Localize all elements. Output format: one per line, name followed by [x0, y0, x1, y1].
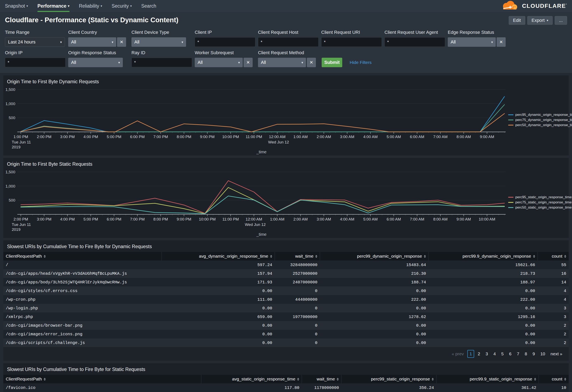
client-request-method-clear-button[interactable]: ✕	[307, 58, 316, 67]
table-cell[interactable]: 216.30	[320, 269, 429, 278]
page-button-6[interactable]: 6	[507, 350, 513, 357]
nav-item-reliability[interactable]: Reliability ▾	[79, 0, 102, 12]
client-country-clear-button[interactable]: ✕	[117, 37, 126, 47]
table-row[interactable]: /cdn-cgi/apps/body/3Lh52SjWTQ4HRlErJykHq…	[3, 278, 569, 286]
client-device-type-dropdown[interactable]: All▾	[131, 37, 186, 47]
table-cell[interactable]: 171.93	[161, 278, 275, 286]
page-button-4[interactable]: 4	[492, 350, 498, 357]
table-cell[interactable]: 111.00	[161, 295, 275, 304]
page-button-9[interactable]: 9	[531, 350, 537, 357]
client-request-method-dropdown[interactable]: All▾	[258, 58, 306, 67]
client-request-user-agent-input[interactable]	[384, 37, 445, 47]
table-cell[interactable]: 222.00	[320, 295, 429, 304]
table-cell[interactable]: 0.00	[320, 304, 429, 312]
table-cell[interactable]: 117.80	[201, 383, 302, 392]
table-cell[interactable]: 0	[275, 330, 320, 338]
table-cell[interactable]: 1278.62	[320, 312, 429, 321]
table-cell[interactable]: /cdn-cgi/styles/cf.errors.css	[3, 286, 161, 295]
nav-item-search[interactable]: Search	[141, 0, 156, 12]
table-cell[interactable]: 0.00	[161, 286, 275, 295]
column-header-perc99-static-origin-response[interactable]: perc99_static_origin_response	[341, 375, 436, 383]
table-cell[interactable]: 0	[275, 286, 320, 295]
nav-item-security[interactable]: Security ▾	[112, 0, 132, 12]
table-cell[interactable]: 0.00	[320, 321, 429, 330]
table-cell[interactable]: 0.00	[161, 304, 275, 312]
table-cell[interactable]: /	[3, 261, 161, 269]
column-header-perc99-dynamic-origin-response[interactable]: perc99_dynamic_origin_response	[320, 252, 429, 261]
table-cell[interactable]: 32848000000	[275, 261, 320, 269]
page-button-1[interactable]: 1	[467, 350, 474, 358]
table-cell[interactable]: 0.00	[428, 286, 538, 295]
client-country-dropdown[interactable]: All▾	[68, 37, 116, 47]
table-row[interactable]: /xmlrpc.php659.0019770000001278.621295.1…	[3, 312, 569, 321]
client-ip-input[interactable]	[195, 37, 255, 47]
column-header-perc99.9-static-origin-response[interactable]: perc99.9_static_origin_response	[436, 375, 539, 383]
legend-item[interactable]: perc95_dynamic_origin_response_time	[508, 113, 568, 117]
table-row[interactable]: /cdn-cgi/styles/cf.errors.css0.0000.000.…	[3, 286, 569, 295]
table-cell[interactable]: 3	[538, 304, 569, 312]
table-cell[interactable]: /wp-cron.php	[3, 295, 161, 304]
worker-subrequest-dropdown[interactable]: All▾	[195, 58, 243, 67]
time-range-dropdown[interactable]: Last 24 hours▾	[5, 37, 65, 47]
table-cell[interactable]: 0.00	[320, 286, 429, 295]
table-row[interactable]: /wp-login.php0.0000.000.003	[3, 304, 569, 312]
table-cell[interactable]: 0.00	[161, 338, 275, 347]
client-request-uri-input[interactable]	[321, 37, 382, 47]
origin-response-status-dropdown[interactable]: All▾	[68, 58, 123, 67]
table-cell[interactable]: 0.00	[320, 338, 429, 347]
table-row[interactable]: /cdn-cgi/apps/head/xVgyKhR-vV3dAUGhMqfBc…	[3, 269, 569, 278]
table-cell[interactable]: 222.00	[428, 295, 538, 304]
table-row[interactable]: /favicon.ico117.801178000000356.24361.42…	[3, 383, 569, 392]
origin-ip-input[interactable]	[5, 58, 65, 67]
ray-id-input[interactable]	[131, 58, 192, 67]
page-button-3[interactable]: 3	[484, 350, 490, 357]
table-cell[interactable]: 0.00	[161, 330, 275, 338]
table-cell[interactable]: /cdn-cgi/images/browser-bar.png	[3, 321, 161, 330]
column-header-count[interactable]: count	[538, 252, 569, 261]
page-button-8[interactable]: 8	[523, 350, 529, 357]
table-cell[interactable]: /xmlrpc.php	[3, 312, 161, 321]
table-cell[interactable]: 15483.64	[320, 261, 429, 269]
table-cell[interactable]: /cdn-cgi/scripts/cf.challenge.js	[3, 338, 161, 347]
table-cell[interactable]: 16	[538, 269, 569, 278]
table-cell[interactable]: 0	[275, 338, 320, 347]
table-cell[interactable]: 356.24	[341, 383, 436, 392]
table-cell[interactable]: 1178000000	[302, 383, 341, 392]
next-page-button[interactable]: next »	[549, 350, 564, 357]
table-cell[interactable]: 15621.66	[428, 261, 538, 269]
page-button-5[interactable]: 5	[499, 350, 506, 357]
table-cell[interactable]: 0.00	[161, 321, 275, 330]
table-cell[interactable]: 361.42	[436, 383, 539, 392]
table-cell[interactable]: 2527000000	[275, 269, 320, 278]
legend-item[interactable]: perc75_static_origin_response_time	[508, 200, 568, 204]
table-cell[interactable]: 0.00	[428, 338, 538, 347]
table-cell[interactable]: 218.73	[428, 269, 538, 278]
column-header-avg-dynamic-origin-response-time[interactable]: avg_dynamic_origin_response_time	[161, 252, 275, 261]
table-cell[interactable]: 0.00	[320, 330, 429, 338]
table-cell[interactable]: 157.94	[161, 269, 275, 278]
edit-button[interactable]: Edit	[509, 16, 525, 25]
table-cell[interactable]: 0.00	[428, 330, 538, 338]
page-button-10[interactable]: 10	[539, 350, 547, 357]
client-request-host-input[interactable]	[258, 37, 318, 47]
submit-button[interactable]: Submit	[322, 58, 342, 67]
table-cell[interactable]: /cdn-cgi/apps/body/3Lh52SjWTQ4HRlErJykHq…	[3, 278, 161, 286]
table-cell[interactable]: 1295.16	[428, 312, 538, 321]
hide-filters-link[interactable]: Hide Filters	[350, 60, 371, 65]
table-cell[interactable]: 2	[538, 330, 569, 338]
column-header-count[interactable]: count	[539, 375, 569, 383]
table-cell[interactable]: 659.00	[161, 312, 275, 321]
table-row[interactable]: /cdn-cgi/scripts/cf.challenge.js0.0000.0…	[3, 338, 569, 347]
table-cell[interactable]: 2407000000	[275, 278, 320, 286]
table-row[interactable]: /cdn-cgi/images/error_icons.png0.0000.00…	[3, 330, 569, 338]
worker-subrequest-clear-button[interactable]: ✕	[244, 58, 253, 67]
table-cell[interactable]: 188.74	[320, 278, 429, 286]
nav-item-performance[interactable]: Performance ▾	[37, 0, 69, 12]
column-header-wait-time[interactable]: wait_time	[302, 375, 341, 383]
edge-response-status-dropdown[interactable]: All▾	[448, 37, 496, 47]
page-button-2[interactable]: 2	[476, 350, 482, 357]
table-cell[interactable]: 4	[538, 286, 569, 295]
table-cell[interactable]: 597.24	[161, 261, 275, 269]
table-cell[interactable]: 1977000000	[275, 312, 320, 321]
table-cell[interactable]: 0.00	[428, 304, 538, 312]
